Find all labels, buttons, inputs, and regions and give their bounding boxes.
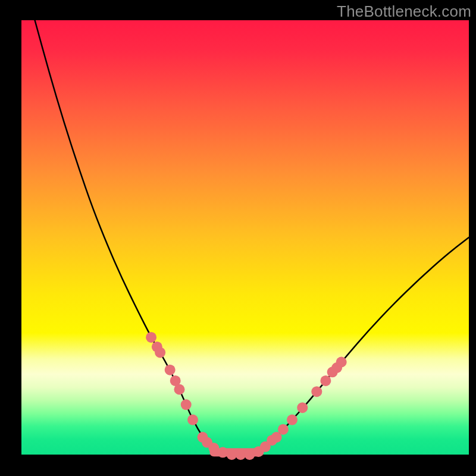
- data-marker: [165, 365, 176, 375]
- data-marker: [174, 384, 184, 395]
- data-marker: [278, 424, 289, 435]
- data-marker: [297, 402, 308, 413]
- data-marker: [217, 447, 228, 458]
- plot-background: [21, 20, 469, 455]
- data-marker: [155, 347, 165, 358]
- chart-container: TheBottleneck.com: [0, 0, 476, 476]
- data-marker: [187, 415, 198, 425]
- data-marker: [181, 399, 192, 410]
- bottleneck-chart: [0, 0, 476, 476]
- data-marker: [287, 415, 298, 425]
- watermark-label: TheBottleneck.com: [337, 2, 471, 21]
- data-marker: [146, 332, 156, 343]
- data-marker: [311, 386, 322, 397]
- data-marker: [320, 375, 331, 386]
- data-marker: [336, 357, 347, 368]
